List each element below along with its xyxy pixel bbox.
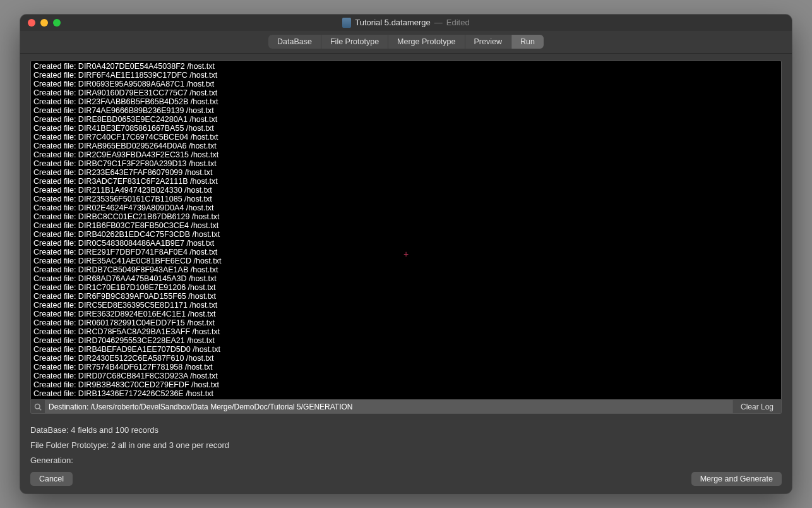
svg-line-1 bbox=[39, 408, 41, 410]
log-output[interactable]: Created file: DIR0A4207DE0E54A45038F2 /h… bbox=[30, 60, 782, 400]
tab-run[interactable]: Run bbox=[511, 35, 544, 49]
tab-preview[interactable]: Preview bbox=[465, 35, 511, 49]
app-window: Tutorial 5.datamerge — Edited DataBase F… bbox=[20, 15, 792, 493]
merge-generate-button[interactable]: Merge and Generate bbox=[691, 472, 782, 486]
database-info: DataBase: 4 fields and 100 records bbox=[30, 423, 782, 438]
maximize-window-button[interactable] bbox=[53, 19, 61, 27]
minimize-window-button[interactable] bbox=[40, 19, 48, 27]
cancel-button[interactable]: Cancel bbox=[30, 472, 73, 486]
tab-file-prototype[interactable]: File Prototype bbox=[321, 35, 388, 49]
titlebar: Tutorial 5.datamerge — Edited bbox=[20, 15, 792, 31]
button-row: Cancel Merge and Generate bbox=[30, 472, 782, 486]
title-separator: — bbox=[434, 18, 443, 27]
tabs-group: DataBase File Prototype Merge Prototype … bbox=[268, 35, 544, 49]
traffic-lights bbox=[28, 19, 61, 27]
generation-info: Generation: bbox=[30, 453, 782, 468]
tab-merge-prototype[interactable]: Merge Prototype bbox=[388, 35, 465, 49]
info-lines: DataBase: 4 fields and 100 records File … bbox=[30, 423, 782, 468]
edited-indicator: Edited bbox=[446, 18, 470, 27]
svg-point-0 bbox=[35, 404, 40, 409]
document-icon bbox=[342, 18, 351, 28]
window-title: Tutorial 5.datamerge bbox=[355, 18, 430, 27]
content-area: Created file: DIR0A4207DE0E54A45038F2 /h… bbox=[20, 54, 792, 493]
search-icon bbox=[31, 400, 45, 413]
window-title-wrap: Tutorial 5.datamerge — Edited bbox=[28, 18, 784, 28]
clear-log-button[interactable]: Clear Log bbox=[732, 400, 781, 413]
search-row: Destination: /Users/roberto/DevelSandbox… bbox=[30, 400, 782, 414]
destination-field[interactable]: Destination: /Users/roberto/DevelSandbox… bbox=[45, 400, 732, 413]
prototype-info: File Folder Prototype: 2 all in one and … bbox=[30, 438, 782, 453]
tabbar: DataBase File Prototype Merge Prototype … bbox=[20, 31, 792, 54]
tab-database[interactable]: DataBase bbox=[268, 35, 321, 49]
close-window-button[interactable] bbox=[28, 19, 35, 27]
